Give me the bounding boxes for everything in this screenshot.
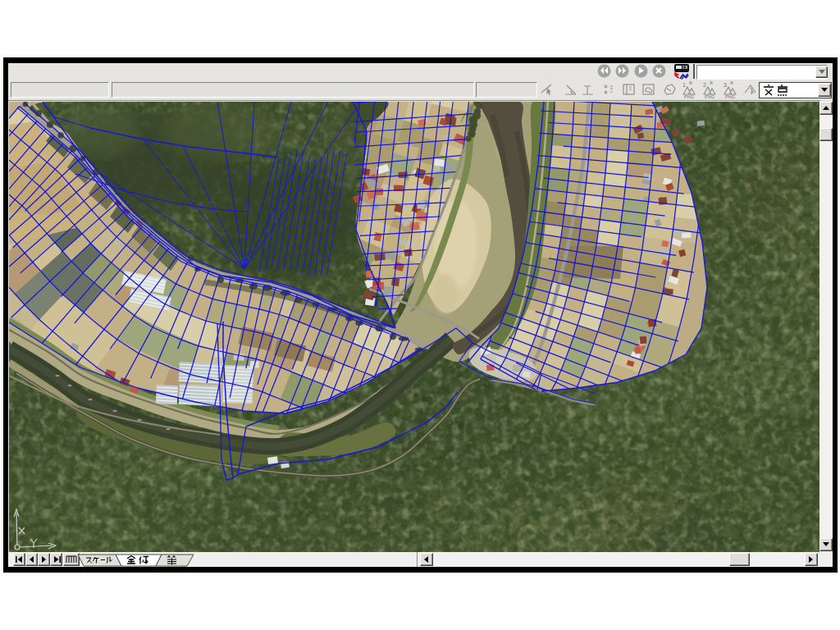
svg-text:PNG: PNG [725,94,735,99]
svg-text:PNG: PNG [684,94,694,99]
svg-text:2: 2 [703,82,706,88]
svg-text:3: 3 [724,82,727,88]
svg-text:1: 1 [682,82,686,88]
svg-text:PNG: PNG [705,94,714,99]
